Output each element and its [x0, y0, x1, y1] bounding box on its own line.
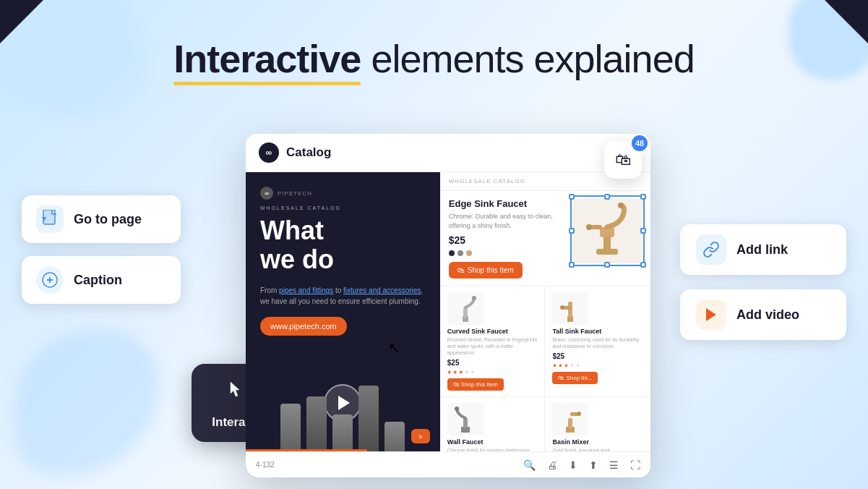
product-name: Edge Sink Faucet: [449, 198, 566, 209]
caption-icon: [36, 266, 64, 294]
page-icon: [36, 205, 64, 233]
go-to-page-button[interactable]: Go to page: [22, 195, 181, 243]
star-3: [459, 370, 463, 374]
resize-handle-br[interactable]: [640, 262, 646, 268]
wholesale-label: WHOLESALE CATALOG: [260, 205, 426, 211]
thumb-stars-2: [552, 363, 643, 367]
resize-handle-tl[interactable]: [569, 194, 575, 200]
resize-handle-bl[interactable]: [569, 262, 575, 268]
product-thumb-2: Tall Sink Faucet Brass: commonly used fo…: [545, 286, 650, 397]
star-1: [447, 370, 452, 374]
star-2: [558, 363, 562, 367]
svg-rect-23: [568, 418, 572, 428]
cart-icon: 🛍: [615, 150, 631, 169]
star-3: [564, 363, 568, 367]
thumb-img-3: [447, 403, 484, 435]
thumb-name-4: Basin Mixer: [552, 438, 643, 446]
svg-rect-13: [463, 307, 468, 318]
play-icon: [696, 299, 726, 330]
thumb-img-2: [552, 292, 588, 325]
link-icon: [696, 234, 726, 265]
thumb-name-3: Wall Faucet: [447, 438, 538, 446]
catalog-header: ∞ Catalog: [246, 134, 650, 172]
svg-marker-5: [706, 308, 716, 321]
thumb-name-1: Curved Sink Faucet: [447, 328, 538, 335]
next-button[interactable]: »: [411, 429, 430, 443]
selection-box: [570, 195, 645, 266]
thumb-name-2: Tall Sink Faucet: [552, 328, 643, 335]
product-price: $25: [449, 234, 566, 246]
interact-icon: [220, 376, 248, 409]
share-toolbar-icon[interactable]: ⬆: [589, 459, 598, 471]
add-link-button[interactable]: Add link: [680, 224, 846, 275]
caption-label: Caption: [74, 273, 122, 288]
shop-button[interactable]: 🛍 Shop this Item: [449, 262, 523, 278]
add-link-label: Add link: [736, 242, 788, 258]
catalog-title: Catalog: [286, 145, 331, 160]
thumb-shop-btn-2[interactable]: 🛍Shop thi...: [552, 372, 598, 384]
left-sidebar: Go to page Caption: [22, 195, 181, 304]
hero-title: Interactive elements explained: [0, 36, 868, 81]
add-video-button[interactable]: Add video: [680, 289, 846, 340]
caption-button[interactable]: Caption: [22, 256, 181, 304]
resize-handle-bm[interactable]: [604, 262, 610, 268]
star-5: [470, 370, 475, 374]
thumb-price-2: $25: [552, 352, 643, 360]
resize-handle-tr[interactable]: [640, 194, 646, 200]
cart-small-icon: 🛍: [457, 266, 465, 274]
toolbar-icons: 🔍 🖨 ⬇ ⬆ ☰ ⛶: [523, 459, 640, 471]
left-panel-desc: From pipes and fittings to fixtures and …: [260, 285, 426, 307]
product-grid: Curved Sink Faucet Brushed Nickel: Resis…: [440, 286, 650, 477]
cart-button[interactable]: 🛍 48: [604, 141, 642, 179]
svg-point-21: [455, 407, 459, 411]
product-description: Chrome: Durable and easy to clean, offer…: [449, 212, 566, 230]
catalog-right-panel: WHOLESALE CATALOG Edge Sink Faucet Chrom…: [440, 172, 650, 477]
resize-handle-lm[interactable]: [569, 228, 575, 234]
thumb-stars-1: [447, 370, 538, 374]
url-button[interactable]: www.pipetech.com: [260, 317, 347, 336]
title-bold-word: Interactive: [173, 36, 361, 81]
catalog-logo: ∞: [259, 143, 279, 163]
left-panel-logo: PIPETECH: [278, 190, 312, 197]
star-2: [453, 370, 457, 374]
swatch-gold[interactable]: [466, 250, 472, 256]
search-toolbar-icon[interactable]: 🔍: [523, 459, 536, 471]
svg-point-18: [560, 305, 564, 310]
catalog-preview: ∞ Catalog ∞ PIPETECH WHOLESALE CATALOG W…: [246, 134, 650, 477]
color-swatches: [449, 250, 566, 256]
page-indicator: 4-132: [256, 461, 275, 469]
resize-handle-tm[interactable]: [604, 194, 610, 200]
fullscreen-toolbar-icon[interactable]: ⛶: [630, 459, 640, 471]
swatch-gray[interactable]: [457, 250, 463, 256]
catalog-left-panel: ∞ PIPETECH WHOLESALE CATALOG What we do …: [246, 172, 440, 477]
thumb-desc-2: Brass: commonly used for its durability …: [552, 336, 643, 349]
print-toolbar-icon[interactable]: 🖨: [547, 459, 557, 471]
add-video-label: Add video: [736, 307, 799, 323]
svg-rect-20: [463, 418, 468, 428]
catalog-body: ∞ PIPETECH WHOLESALE CATALOG What we do …: [246, 172, 650, 477]
thumb-price-1: $25: [447, 359, 538, 367]
right-sidebar: Add link Add video: [680, 224, 846, 340]
star-1: [552, 363, 557, 367]
product-info: Edge Sink Faucet Chrome: Durable and eas…: [449, 198, 566, 278]
star-5: [575, 363, 580, 367]
catalog-toolbar: 4-132 🔍 🖨 ⬇ ⬆ ☰ ⛶: [246, 451, 650, 477]
star-4: [570, 363, 574, 367]
title-rest: elements explained: [361, 37, 694, 80]
featured-product-image-container[interactable]: [573, 198, 642, 278]
list-toolbar-icon[interactable]: ☰: [609, 459, 619, 471]
thumb-img-4: [552, 403, 588, 435]
thumb-img-1: [447, 292, 484, 325]
download-toolbar-icon[interactable]: ⬇: [569, 459, 577, 471]
resize-handle-rm[interactable]: [640, 228, 646, 234]
svg-point-14: [472, 296, 476, 300]
cursor-icon: ↖: [388, 339, 400, 357]
cart-count: 48: [632, 135, 648, 151]
swatch-dark[interactable]: [449, 250, 455, 256]
thumb-shop-btn-1[interactable]: 🛍Shop this Item: [447, 378, 504, 391]
product-thumb-1: Curved Sink Faucet Brushed Nickel: Resis…: [440, 286, 546, 397]
svg-point-25: [577, 412, 581, 416]
star-4: [465, 370, 469, 374]
cart-badge-container: 🛍 48: [604, 141, 642, 179]
bg-blob-bl: [14, 330, 159, 475]
